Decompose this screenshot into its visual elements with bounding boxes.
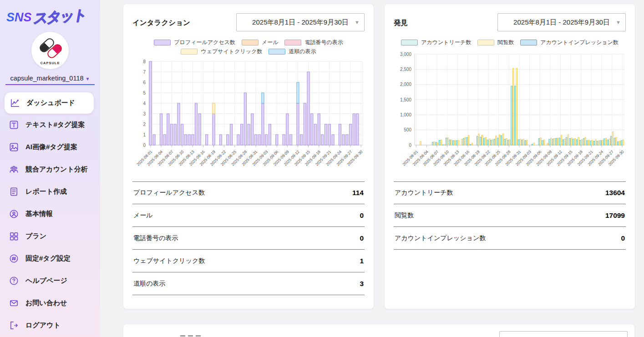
cutoff-bottom-card — [123, 324, 635, 337]
sidebar-item-competitor-analysis[interactable]: 競合アカウント分析 — [0, 158, 100, 181]
chevron-down-icon: ▼ — [616, 20, 621, 25]
sidebar-item-label: 基本情報 — [25, 210, 53, 218]
profile-access-swatch — [154, 40, 171, 45]
discovery-card-title: 発見 — [394, 13, 408, 28]
profile-info-icon — [8, 209, 19, 220]
svg-text:4: 4 — [143, 101, 146, 106]
sidebar-item-label: ヘルプページ — [25, 277, 67, 285]
sidebar-item-label: プラン — [25, 232, 46, 241]
ai-image-icon — [8, 142, 19, 153]
sidebar-item-report[interactable]: レポート作成 — [0, 181, 100, 203]
discovery-stats-list: アカウントリーチ数13604 閲覧数17099 アカウントインプレッション数0 — [394, 181, 626, 250]
svg-text:1,000: 1,000 — [400, 112, 411, 117]
cutoff-date-range-picker[interactable] — [499, 331, 628, 337]
text-tag-icon — [8, 120, 19, 131]
app-logo[interactable]: SNS スタット — [0, 0, 100, 26]
contact-mail-icon — [8, 298, 19, 309]
plan-grid-icon — [8, 231, 19, 242]
legend-label: プロフィールアクセス数 — [174, 39, 235, 46]
legend-item-mail[interactable]: メール — [242, 39, 279, 46]
sidebar-item-logout[interactable]: ログアウト — [0, 314, 100, 337]
stat-label: プロフィールアクセス数 — [133, 189, 205, 197]
svg-text:2,500: 2,500 — [400, 67, 411, 72]
legend-item-impressions[interactable]: アカウントインプレッション数 — [520, 39, 619, 46]
svg-text:8: 8 — [143, 59, 146, 64]
logout-icon — [8, 320, 19, 331]
stat-label: ウェブサイトクリック数 — [133, 257, 205, 265]
stat-row-views: 閲覧数17099 — [394, 204, 626, 227]
legend-item-website-clicks[interactable]: ウェブサイトクリック数 — [181, 48, 262, 55]
legend-item-directions[interactable]: 道順の表示 — [269, 48, 316, 55]
phone-swatch — [284, 40, 301, 45]
sidebar-item-label: ダッシュボード — [26, 99, 75, 107]
stat-label: アカウントインプレッション数 — [395, 234, 486, 242]
discovery-card: 発見 2025年8月1日 - 2025年9月30日 ▼ アカウントリーチ数 閲覧… — [384, 4, 635, 309]
date-range-text: 2025年8月1日 - 2025年9月30日 — [252, 18, 349, 27]
sidebar-item-contact[interactable]: お問い合わせ — [0, 292, 100, 314]
help-icon — [8, 276, 19, 287]
stat-row-phone: 電話番号の表示0 — [132, 227, 365, 250]
svg-text:7: 7 — [143, 70, 146, 75]
svg-text:2: 2 — [143, 122, 146, 127]
legend-item-account-reach[interactable]: アカウントリーチ数 — [401, 39, 471, 46]
account-underline — [5, 84, 95, 85]
sidebar-item-ai-image-tag[interactable]: AI画像#タグ提案 — [0, 136, 100, 158]
svg-text:0: 0 — [409, 143, 411, 148]
impressions-swatch — [520, 40, 537, 45]
account-selector[interactable]: capsule_marketing_0118▼ — [5, 74, 95, 85]
stat-value: 1 — [360, 257, 364, 265]
sidebar-item-label: 固定#タグ設定 — [25, 254, 71, 263]
views-swatch — [477, 40, 494, 45]
sidebar-item-label: 競合アカウント分析 — [25, 165, 88, 174]
discovery-date-range-picker[interactable]: 2025年8月1日 - 2025年9月30日 ▼ — [497, 13, 626, 31]
competitor-analysis-icon — [8, 164, 19, 175]
stat-value: 0 — [360, 234, 364, 242]
svg-text:6: 6 — [143, 80, 146, 85]
stat-label: 閲覧数 — [395, 211, 414, 220]
sidebar-item-basic-info[interactable]: 基本情報 — [0, 203, 100, 225]
sidebar-item-dashboard[interactable]: ダッシュボード — [5, 92, 94, 114]
discovery-bar-chart: 05001,0001,5002,0002,5003,0002025-08-012… — [394, 49, 627, 175]
svg-text:1: 1 — [143, 132, 146, 137]
legend-item-phone[interactable]: 電話番号の表示 — [284, 39, 343, 46]
sidebar-item-label: テキスト#タグ提案 — [25, 121, 85, 129]
logo-latin-text: SNS — [6, 10, 32, 25]
stat-value: 17099 — [605, 211, 625, 220]
stat-label: メール — [133, 211, 153, 220]
discovery-legend: アカウントリーチ数 閲覧数 アカウントインプレッション数 — [394, 38, 626, 47]
sidebar-nav: ダッシュボード テキスト#タグ提案 AI画像#タグ提案 競合アカウント分析 レポ… — [0, 92, 100, 337]
interaction-stats-list: プロフィールアクセス数114 メール0 電話番号の表示0 ウェブサイトクリック数… — [132, 181, 365, 295]
legend-label: アカウントリーチ数 — [421, 39, 471, 46]
stat-label: 電話番号の表示 — [133, 234, 178, 242]
cutoff-card-title-fragment — [180, 335, 201, 337]
legend-label: 道順の表示 — [289, 48, 316, 55]
website-clicks-swatch — [181, 49, 198, 55]
stat-label: 道順の表示 — [133, 280, 165, 288]
sidebar: SNS スタット CAPSULE capsule_marketing_0118▼… — [0, 0, 100, 337]
report-icon — [8, 186, 19, 197]
interaction-date-range-picker[interactable]: 2025年8月1日 - 2025年9月30日 ▼ — [236, 13, 365, 31]
legend-label: アカウントインプレッション数 — [540, 39, 619, 46]
chevron-down-icon: ▼ — [86, 76, 90, 81]
legend-label: 電話番号の表示 — [304, 39, 343, 46]
svg-text:2,000: 2,000 — [400, 82, 411, 87]
stat-row-account-reach: アカウントリーチ数13604 — [394, 181, 626, 204]
stat-value: 3 — [360, 280, 364, 288]
interaction-card-title: インタラクション — [132, 13, 190, 28]
stat-row-profile-access: プロフィールアクセス数114 — [132, 181, 365, 204]
interaction-card: インタラクション 2025年8月1日 - 2025年9月30日 ▼ プロフィール… — [123, 4, 374, 309]
sidebar-item-help[interactable]: ヘルプページ — [0, 270, 100, 292]
svg-text:5: 5 — [143, 91, 146, 96]
svg-text:0: 0 — [143, 143, 146, 148]
fixed-hashtag-icon — [8, 253, 19, 264]
sidebar-item-text-tag[interactable]: テキスト#タグ提案 — [0, 114, 100, 136]
legend-item-views[interactable]: 閲覧数 — [477, 39, 514, 46]
chevron-down-icon: ▼ — [355, 20, 360, 25]
sidebar-item-plan[interactable]: プラン — [0, 225, 100, 247]
legend-item-profile-access[interactable]: プロフィールアクセス数 — [154, 39, 235, 46]
sidebar-item-fixed-hashtag[interactable]: 固定#タグ設定 — [0, 247, 100, 270]
svg-text:3: 3 — [143, 111, 146, 116]
legend-label: 閲覧数 — [497, 39, 514, 46]
legend-label: ウェブサイトクリック数 — [201, 48, 262, 55]
avatar: CAPSULE — [31, 32, 69, 69]
